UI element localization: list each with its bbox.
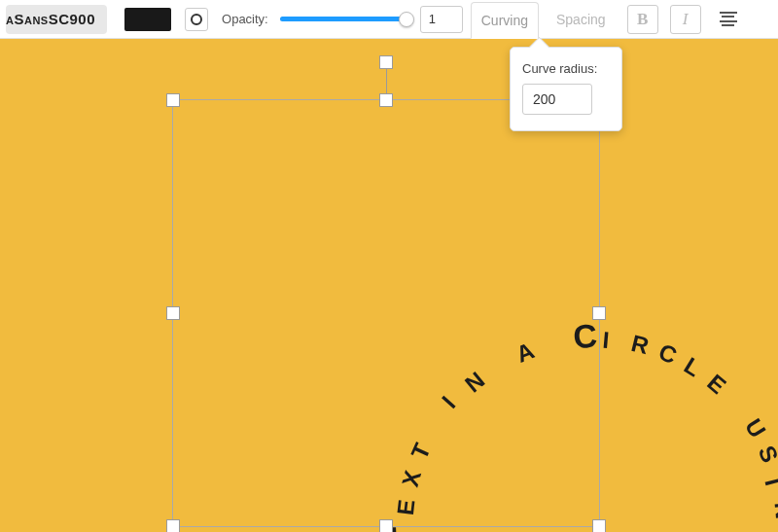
italic-button[interactable]: I (670, 5, 701, 34)
handle-top-mid[interactable] (379, 93, 393, 107)
opacity-slider[interactable] (280, 10, 407, 29)
handle-mid-left[interactable] (166, 306, 180, 320)
bold-button[interactable]: B (627, 5, 658, 34)
top-toolbar: aSansSC900 Opacity: Curving Spacing B I (0, 0, 778, 39)
selection-box[interactable] (172, 99, 600, 527)
curved-text-char: c (654, 330, 684, 372)
rotation-handle[interactable] (379, 55, 393, 69)
handle-bot-right[interactable] (592, 519, 606, 532)
curved-text-char: r (628, 321, 654, 362)
handle-bot-mid[interactable] (379, 519, 393, 532)
curved-text-char: i (601, 318, 611, 356)
canvas[interactable]: Add your Text in a Circle using Mockofun (0, 39, 778, 532)
opacity-input[interactable] (420, 6, 463, 33)
reset-opacity-button[interactable] (185, 8, 208, 31)
align-button[interactable] (715, 6, 742, 33)
curved-text-char: n (767, 500, 778, 520)
curved-text-char: u (737, 409, 778, 443)
curved-text-char: e (700, 362, 736, 401)
circle-icon (191, 14, 202, 25)
handle-bot-left[interactable] (166, 519, 180, 532)
handle-mid-right[interactable] (592, 306, 606, 320)
slider-thumb[interactable] (399, 12, 414, 27)
align-center-icon (720, 9, 737, 29)
bold-icon: B (637, 10, 648, 29)
curving-tab[interactable]: Curving (471, 2, 539, 39)
opacity-label: Opacity: (222, 12, 268, 26)
curved-text-char: s (751, 439, 778, 468)
spacing-tab[interactable]: Spacing (547, 1, 616, 38)
curve-radius-label: Curve radius: (522, 61, 610, 76)
handle-top-left[interactable] (166, 93, 180, 107)
slider-fill (280, 17, 407, 21)
spacing-label: Spacing (556, 12, 606, 27)
curving-label: Curving (481, 13, 528, 28)
curved-text-char: i (757, 474, 778, 489)
curve-radius-input[interactable] (522, 84, 592, 115)
fill-color-swatch[interactable] (124, 8, 171, 31)
curving-popover: Curve radius: (510, 47, 622, 131)
font-name: aSansSC900 (6, 11, 95, 27)
italic-icon: I (683, 10, 689, 29)
font-selector[interactable]: aSansSC900 (6, 5, 107, 34)
curved-text-char: l (678, 344, 710, 384)
